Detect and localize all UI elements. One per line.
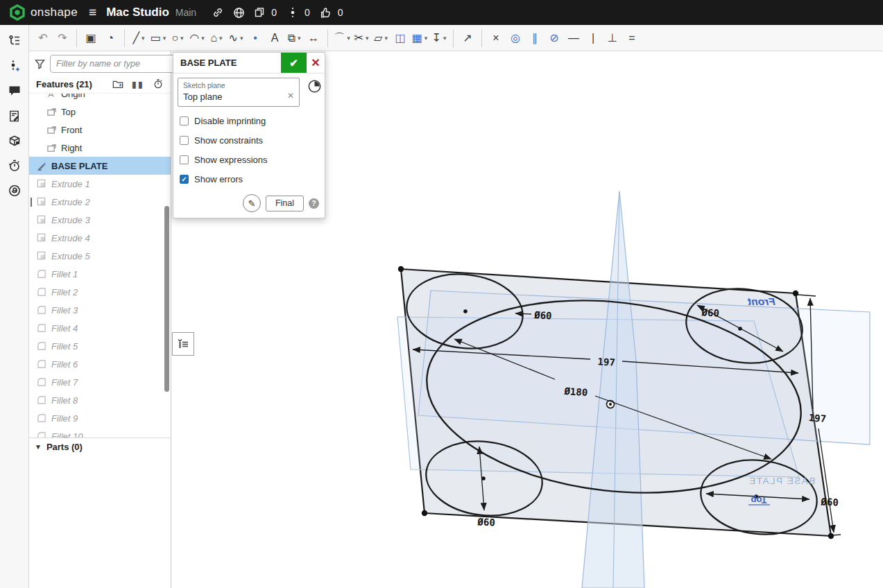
chevron-down-icon[interactable]: ▾ <box>240 35 243 42</box>
checkbox[interactable] <box>180 116 189 126</box>
help-icon[interactable] <box>4 180 25 201</box>
checkbox-checked[interactable]: ✓ <box>180 175 189 184</box>
globe-icon[interactable] <box>230 4 247 21</box>
line-tool[interactable]: ╱ ▾ <box>130 28 148 49</box>
checkbox-show-errors[interactable]: ✓ Show errors <box>178 174 320 184</box>
copy-icon[interactable] <box>251 4 268 21</box>
checkbox-show-expressions[interactable]: Show expressions <box>178 155 320 165</box>
feature-row[interactable]: Fillet 8 <box>29 391 171 409</box>
feature-row[interactable]: Extrude 4 <box>29 229 171 247</box>
measure-tool[interactable]: ↗ ▾ <box>458 28 477 49</box>
perpendicular-constraint[interactable]: ⊥ ▾ <box>603 28 621 49</box>
horizontal-constraint[interactable]: — ▾ <box>565 28 583 49</box>
tangent-constraint[interactable]: ⊘ ▾ <box>545 28 563 49</box>
stopwatch-icon[interactable] <box>153 78 164 89</box>
offset-tool[interactable]: ▱ ▾ <box>372 28 390 49</box>
feature-row[interactable]: Fillet 9 <box>29 409 171 427</box>
sketch-preview-button[interactable]: ✎ <box>243 194 261 212</box>
toolbar-button[interactable]: ▾ <box>453 29 454 47</box>
dim-text-d60-tr[interactable]: Ø60 <box>701 306 719 318</box>
notes-icon[interactable] <box>4 105 25 126</box>
chevron-down-icon[interactable]: ▾ <box>384 35 388 42</box>
rollback-bar[interactable] <box>31 198 32 207</box>
chevron-down-icon[interactable]: ▾ <box>180 35 184 42</box>
feature-row[interactable]: Fillet 3 <box>29 301 171 319</box>
feature-row[interactable]: Extrude 3 <box>29 211 171 229</box>
hamburger-icon[interactable]: ≡ <box>89 5 96 20</box>
redo-button[interactable]: ↷ ▾ <box>53 28 71 49</box>
parts-section-header[interactable]: ▼ Parts (0) <box>29 438 171 456</box>
close-icon[interactable]: ✕ <box>307 53 325 73</box>
vertex[interactable] <box>422 510 427 516</box>
clear-selection-icon[interactable]: ✕ <box>287 91 294 101</box>
like-icon[interactable] <box>318 4 334 21</box>
help-icon[interactable]: ? <box>309 198 319 209</box>
circle-tool[interactable]: ○ ▾ <box>169 28 187 49</box>
feature-row[interactable]: BASE PLATE <box>29 157 171 175</box>
spline-tool[interactable]: ∿ ▾ <box>227 28 245 49</box>
chevron-down-icon[interactable]: ▾ <box>163 35 166 42</box>
rollback-clock-icon[interactable] <box>307 79 322 96</box>
dim-text-d60-tl[interactable]: Ø60 <box>533 309 552 321</box>
rectangle-tool[interactable]: ▭ ▾ <box>149 28 167 49</box>
use-tool[interactable]: ⧉ ▾ <box>285 28 303 49</box>
dim-text-d60-br[interactable]: Ø60 <box>820 496 839 508</box>
feature-list-icon[interactable] <box>4 31 25 51</box>
checkbox-show-constraints[interactable]: Show constraints <box>178 135 320 146</box>
feature-row[interactable]: Top <box>29 103 171 121</box>
trim-tool[interactable]: ✂ ▾ <box>352 28 370 49</box>
arc-tool[interactable]: ◠ ▾ <box>188 28 206 49</box>
pattern-tool[interactable]: ▦ ▾ <box>411 28 429 49</box>
vertex[interactable] <box>398 266 404 272</box>
toolbar-button[interactable]: ▾ <box>481 29 482 47</box>
equal-constraint[interactable]: = ▾ <box>623 28 641 49</box>
concentric-constraint[interactable]: ◎ ▾ <box>506 28 524 49</box>
comment-icon[interactable] <box>4 80 25 101</box>
pause-icon[interactable]: ▮▮ <box>132 79 144 89</box>
point-tool[interactable]: • ▾ <box>246 28 264 49</box>
feature-row[interactable]: Fillet 5 <box>29 337 171 355</box>
feature-row[interactable]: Right <box>29 139 171 157</box>
extrude-tool[interactable]: ▣ ▾ <box>82 28 100 49</box>
history-icon[interactable] <box>4 155 25 176</box>
feature-row[interactable]: Front <box>29 121 171 139</box>
dim-text-d180[interactable]: Ø180 <box>563 386 588 398</box>
chevron-down-icon[interactable]: ▾ <box>347 35 350 42</box>
dim-text-h197[interactable]: 197 <box>597 356 615 368</box>
revolve-tool[interactable]: ◔ ▾ <box>101 28 119 49</box>
chevron-down-icon[interactable]: ▾ <box>425 35 428 42</box>
checkbox-disable-imprinting[interactable]: Disable imprinting <box>178 116 320 126</box>
undo-button[interactable]: ↶ ▾ <box>34 28 52 49</box>
feature-row[interactable]: Fillet 4 <box>29 319 171 337</box>
circle-center-point[interactable] <box>463 309 468 313</box>
vertical-constraint[interactable]: | ▾ <box>584 28 602 49</box>
chevron-down-icon[interactable]: ▾ <box>366 35 369 42</box>
sketch-plane-field[interactable]: Sketch plane Top plane ✕ <box>178 78 300 107</box>
create-version-icon[interactable] <box>4 55 25 76</box>
final-button[interactable]: Final <box>266 196 304 211</box>
feature-row[interactable]: Fillet 7 <box>29 373 171 391</box>
chevron-down-icon[interactable]: ▾ <box>443 35 447 42</box>
mirror-tool[interactable]: ◫ ▾ <box>391 28 409 49</box>
onshape-logo[interactable]: onshape <box>0 4 78 21</box>
chevron-down-icon[interactable]: ▾ <box>201 35 205 42</box>
add-folder-icon[interactable] <box>112 79 123 89</box>
versions-icon[interactable] <box>284 4 301 21</box>
checkbox[interactable] <box>180 155 189 164</box>
coincident-constraint[interactable]: × ▾ <box>487 28 505 49</box>
parallel-constraint[interactable]: ∥ ▾ <box>526 28 544 49</box>
feature-row[interactable]: Fillet 2 <box>29 283 171 301</box>
link-icon[interactable] <box>209 4 226 21</box>
checkbox[interactable] <box>180 136 189 145</box>
dxf-import-tool[interactable]: ↧ ▾ <box>430 28 448 49</box>
feature-row[interactable]: Fillet 10 <box>29 427 171 438</box>
feature-row[interactable]: Fillet 1 <box>29 265 171 283</box>
feature-row[interactable]: Extrude 2 <box>29 193 171 211</box>
release-icon[interactable] <box>4 130 25 151</box>
chevron-down-icon[interactable]: ▾ <box>298 35 301 42</box>
collapse-feature-list-button[interactable] <box>172 332 194 356</box>
polygon-tool[interactable]: ⌂ ▾ <box>207 28 225 49</box>
feature-row[interactable]: Extrude 1 <box>29 175 171 193</box>
document-title[interactable]: Mac Studio <box>106 6 169 19</box>
fillet-tool[interactable]: ⌒ ▾ <box>333 28 351 49</box>
